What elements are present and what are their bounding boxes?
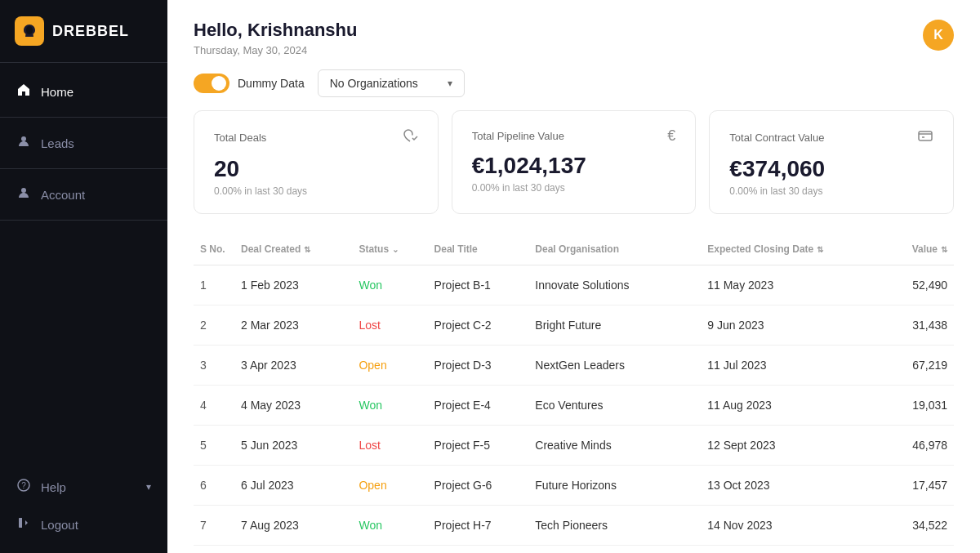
logout-icon xyxy=(16,516,31,533)
nav-divider-3 xyxy=(0,220,167,221)
cell-status: Open xyxy=(352,466,427,506)
org-dropdown-value: No Organizations xyxy=(330,77,418,90)
stats-row: Total Deals 20 0.00% in last 30 days Tot… xyxy=(167,110,980,234)
stat-title-deals: Total Deals xyxy=(214,132,266,144)
cell-deal-created: 7 Aug 2023 xyxy=(234,506,352,546)
deals-table: S No. Deal Created⇅ Status⌄ Deal Title D… xyxy=(194,234,954,553)
org-dropdown-chevron-icon: ▾ xyxy=(448,78,452,89)
cell-closing-date: 13 Oct 2023 xyxy=(701,466,884,506)
header: Hello, Krishnanshu Thursday, May 30, 202… xyxy=(167,0,980,69)
leads-label: Leads xyxy=(41,136,74,150)
toggle-track xyxy=(194,74,229,93)
stat-card-header-contract: Total Contract Value xyxy=(729,127,933,148)
logo-area: DREBBEL xyxy=(0,0,167,63)
cell-closing-date: 9 Jun 2023 xyxy=(701,305,884,346)
home-icon xyxy=(16,83,31,100)
nav-divider-1 xyxy=(0,117,167,118)
table-row: 2 2 Mar 2023 Lost Project C-2 Bright Fut… xyxy=(194,305,954,346)
cell-sno: 1 xyxy=(194,265,234,305)
stat-title-pipeline: Total Pipeline Value xyxy=(472,130,564,142)
dummy-data-toggle-wrap: Dummy Data xyxy=(194,74,305,93)
cell-sno: 6 xyxy=(194,466,234,506)
org-dropdown[interactable]: No Organizations ▾ xyxy=(318,69,465,97)
cell-status: Lost xyxy=(352,305,427,346)
table-row: 1 1 Feb 2023 Won Project B-1 Innovate So… xyxy=(194,265,954,305)
col-status[interactable]: Status⌄ xyxy=(352,234,427,265)
cell-deal-title: Project C-2 xyxy=(428,305,529,346)
cell-value: 31,438 xyxy=(884,305,954,346)
cell-status: Won xyxy=(352,386,427,426)
cell-deal-title: Project I-8 xyxy=(428,546,529,554)
stat-card-header-deals: Total Deals xyxy=(214,127,418,148)
stat-sub-deals: 0.00% in last 30 days xyxy=(214,185,418,197)
greeting: Hello, Krishnanshu xyxy=(194,20,357,41)
sidebar-item-account[interactable]: Account xyxy=(0,176,167,213)
cell-value: 34,522 xyxy=(884,506,954,546)
svg-text:?: ? xyxy=(21,481,26,490)
stat-sub-contract: 0.00% in last 30 days xyxy=(729,185,933,197)
cell-closing-date: 11 May 2023 xyxy=(701,265,884,305)
logo-icon xyxy=(15,16,44,46)
cell-closing-date: 11 Jul 2023 xyxy=(701,346,884,386)
sidebar-item-home[interactable]: Home xyxy=(0,73,167,110)
cell-sno: 2 xyxy=(194,305,234,346)
stat-value-contract: €374,060 xyxy=(729,156,933,182)
cell-status: Won xyxy=(352,265,427,305)
col-closing-date[interactable]: Expected Closing Date⇅ xyxy=(701,234,884,265)
table-row: 5 5 Jun 2023 Lost Project F-5 Creative M… xyxy=(194,426,954,466)
table-row: 7 7 Aug 2023 Won Project H-7 Tech Pionee… xyxy=(194,506,954,546)
cell-sno: 3 xyxy=(194,346,234,386)
cell-deal-title: Project F-5 xyxy=(428,426,529,466)
account-label: Account xyxy=(41,188,85,202)
cell-deal-created: 1 Feb 2023 xyxy=(234,265,352,305)
col-value[interactable]: Value⇅ xyxy=(884,234,954,265)
cell-deal-org: Future Horizons xyxy=(528,466,701,506)
logo-text: DREBBEL xyxy=(52,23,129,40)
table-header: S No. Deal Created⇅ Status⌄ Deal Title D… xyxy=(194,234,954,265)
col-deal-created[interactable]: Deal Created⇅ xyxy=(234,234,352,265)
cell-sno: 8 xyxy=(194,546,234,554)
leads-icon xyxy=(16,135,31,151)
cell-deal-title: Project E-4 xyxy=(428,386,529,426)
table-row: 8 8 Sept 2023 Lost Project I-8 Visionary… xyxy=(194,546,954,554)
cell-sno: 4 xyxy=(194,386,234,426)
cell-deal-org: Eco Ventures xyxy=(528,386,701,426)
dummy-data-toggle[interactable] xyxy=(194,74,229,93)
sidebar-item-help[interactable]: ? Help ▾ xyxy=(0,468,167,506)
cell-status: Lost xyxy=(352,426,427,466)
cell-status: Won xyxy=(352,506,427,546)
cell-deal-org: Bright Future xyxy=(528,305,701,346)
sidebar-nav: Home Leads Account xyxy=(0,63,167,553)
sidebar-item-leads[interactable]: Leads xyxy=(0,124,167,162)
stat-value-pipeline: €1,024,137 xyxy=(472,153,676,179)
help-icon: ? xyxy=(16,479,31,495)
svg-point-1 xyxy=(21,136,26,141)
cell-value: 19,031 xyxy=(884,386,954,426)
cell-value: 52,490 xyxy=(884,265,954,305)
deals-table-wrap: S No. Deal Created⇅ Status⌄ Deal Title D… xyxy=(167,234,980,553)
cell-deal-created: 6 Jul 2023 xyxy=(234,466,352,506)
date: Thursday, May 30, 2024 xyxy=(194,44,357,56)
col-deal-title: Deal Title xyxy=(428,234,529,265)
cell-status: Open xyxy=(352,346,427,386)
cell-deal-title: Project B-1 xyxy=(428,265,529,305)
cell-deal-org: Visionary Enterprises xyxy=(528,546,701,554)
col-deal-org: Deal Organisation xyxy=(528,234,701,265)
cell-deal-org: Tech Pioneers xyxy=(528,506,701,546)
help-label: Help xyxy=(41,480,66,494)
svg-point-2 xyxy=(21,188,26,193)
dummy-data-label: Dummy Data xyxy=(238,77,305,90)
cell-sno: 7 xyxy=(194,506,234,546)
account-icon xyxy=(16,186,31,203)
deals-icon xyxy=(402,127,418,148)
toggle-thumb xyxy=(212,76,226,91)
main-content: Hello, Krishnanshu Thursday, May 30, 202… xyxy=(167,0,980,553)
sidebar-item-logout[interactable]: Logout xyxy=(0,506,167,543)
col-sno: S No. xyxy=(194,234,234,265)
cell-deal-created: 2 Mar 2023 xyxy=(234,305,352,346)
cell-closing-date: 11 Aug 2023 xyxy=(701,386,884,426)
avatar[interactable]: K xyxy=(923,20,954,51)
logout-label: Logout xyxy=(41,518,78,532)
cell-deal-created: 5 Jun 2023 xyxy=(234,426,352,466)
stat-card-pipeline: Total Pipeline Value € €1,024,137 0.00% … xyxy=(452,110,697,214)
